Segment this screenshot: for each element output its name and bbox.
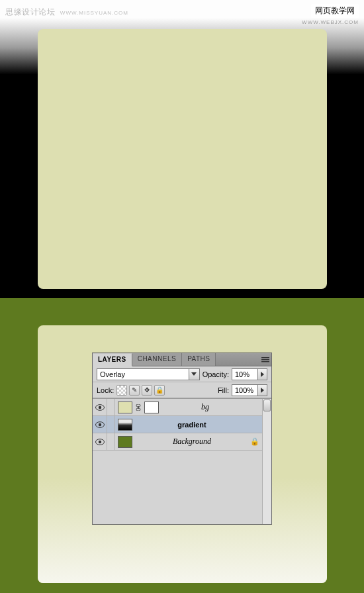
panel-tabs: LAYERS CHANNELS PATHS: [93, 353, 271, 366]
eye-icon: [95, 404, 105, 411]
watermark-left: 思缘设计论坛 WWW.MISSYUAN.COM: [5, 7, 128, 18]
layer-list: bg gradient: [93, 398, 271, 524]
opacity-label: Opacity:: [203, 370, 229, 378]
blend-opacity-row: Overlay Opacity: 10%: [93, 366, 271, 382]
layer-row-bg[interactable]: bg: [93, 399, 271, 416]
layer-thumb-icon[interactable]: [118, 436, 132, 448]
svg-rect-0: [261, 357, 269, 358]
layers-panel: LAYERS CHANNELS PATHS Overlay Opacity: 1…: [92, 352, 272, 525]
lock-transparency-button[interactable]: [116, 385, 127, 396]
layer-lock-indicator: 🔒: [246, 433, 262, 450]
watermark-right-sub: WWW.WEBJX.COM: [302, 19, 359, 25]
lock-all-button[interactable]: 🔒: [154, 385, 165, 396]
lock-icons: ✎ ✥ 🔒: [116, 385, 165, 396]
visibility-toggle[interactable]: [93, 433, 107, 450]
panel-menu-button[interactable]: [259, 353, 271, 366]
panel-menu-icon: [261, 356, 269, 363]
opacity-input[interactable]: 10%: [232, 368, 258, 380]
layer-name[interactable]: Background: [135, 433, 246, 450]
blend-mode-caret: [189, 369, 199, 380]
svg-point-4: [98, 405, 101, 408]
lock-image-button[interactable]: ✎: [129, 385, 140, 396]
eye-icon: [95, 421, 105, 428]
opacity-flyout-button[interactable]: [258, 368, 267, 380]
layer-thumbs: [115, 433, 135, 450]
layer-thumb-icon[interactable]: [118, 402, 132, 413]
eye-icon: [95, 439, 105, 445]
layer-mask-thumb-icon[interactable]: [144, 402, 159, 413]
visibility-toggle[interactable]: [93, 399, 107, 415]
layer-name[interactable]: bg: [161, 399, 246, 415]
fill-value: 100%: [235, 386, 253, 394]
fill-label: Fill:: [218, 386, 229, 394]
link-cell: [107, 399, 115, 415]
visibility-toggle[interactable]: [93, 416, 107, 433]
scrollbar-thumb[interactable]: [263, 400, 271, 411]
svg-rect-2: [261, 361, 269, 362]
lock-label: Lock:: [97, 386, 114, 394]
link-cell: [107, 433, 115, 450]
svg-rect-1: [261, 359, 269, 360]
layer-row-background[interactable]: Background 🔒: [93, 433, 271, 451]
lock-fill-row: Lock: ✎ ✥ 🔒 Fill: 100%: [93, 382, 271, 398]
blend-mode-value: Overlay: [100, 370, 125, 378]
layer-thumb-icon[interactable]: [118, 419, 132, 431]
link-cell: [107, 416, 115, 433]
svg-rect-7: [138, 406, 139, 409]
fill-flyout-button[interactable]: [258, 384, 267, 396]
layer-thumbs: [115, 399, 161, 415]
layer-thumbs: [115, 416, 135, 433]
opacity-value: 10%: [235, 370, 250, 378]
watermark-right-main: 网页教学网: [311, 4, 359, 18]
layer-name[interactable]: gradient: [135, 416, 246, 433]
tab-paths[interactable]: PATHS: [182, 353, 216, 366]
watermark-right: 网页教学网 WWW.WEBJX.COM: [302, 4, 359, 25]
layer-lock-cell: [246, 399, 262, 415]
fill-input[interactable]: 100%: [232, 384, 258, 396]
tab-layers[interactable]: LAYERS: [93, 353, 132, 366]
layer-scrollbar[interactable]: [262, 399, 271, 524]
watermark-left-main: 思缘设计论坛: [5, 7, 55, 17]
svg-point-11: [98, 440, 101, 443]
svg-point-9: [98, 423, 101, 425]
mask-link-icon[interactable]: [135, 404, 142, 411]
layer-row-gradient[interactable]: gradient: [93, 416, 271, 433]
layer-lock-cell: [246, 416, 262, 433]
tab-channels[interactable]: CHANNELS: [132, 353, 182, 366]
canvas-preview-top: [38, 29, 327, 289]
lock-icon: 🔒: [250, 437, 259, 446]
lock-position-button[interactable]: ✥: [142, 385, 152, 396]
blend-mode-dropdown[interactable]: Overlay: [97, 368, 200, 380]
watermark-left-sub: WWW.MISSYUAN.COM: [60, 10, 128, 16]
